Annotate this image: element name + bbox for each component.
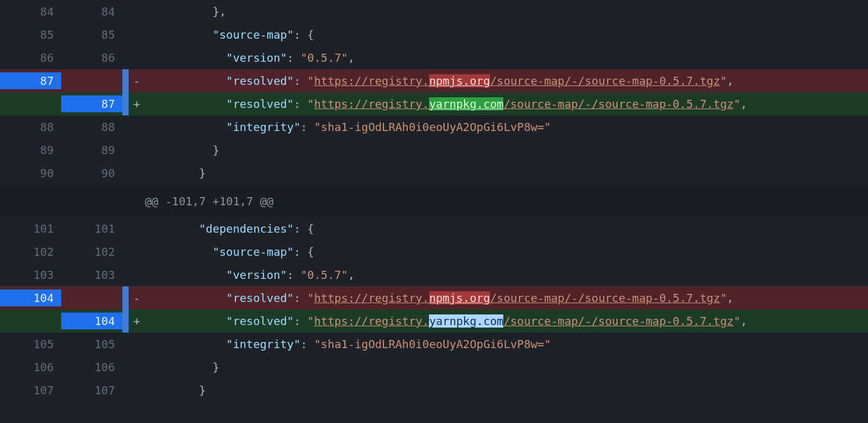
change-marker — [122, 356, 129, 379]
code-token: , — [348, 268, 355, 281]
diff-sign — [129, 382, 145, 399]
code-token: : — [293, 97, 307, 110]
line-number-new: 102 — [61, 243, 122, 260]
diff-row[interactable]: @@ -101,7 +101,7 @@ — [0, 185, 868, 217]
code-token: yarnpkg.com — [429, 314, 503, 328]
code-token: yarnpkg.com — [429, 97, 503, 110]
code-token: " — [734, 97, 741, 110]
gutter: 8686 — [0, 49, 122, 66]
diff-sign — [129, 49, 145, 66]
code-token: /source-map/-/source-map-0.5.7.tgz — [490, 74, 720, 87]
diff-row[interactable]: 8585 "source-map": { — [0, 23, 868, 46]
line-number-old: 90 — [0, 165, 61, 182]
diff-row[interactable]: 103103 "version": "0.5.7", — [0, 263, 868, 286]
diff-sign: - — [129, 72, 145, 89]
line-number-new: 107 — [61, 382, 122, 399]
code-token: "0.5.7" — [300, 51, 348, 64]
code-line[interactable]: "resolved": "https://registry.npmjs.org/… — [145, 289, 868, 306]
code-line[interactable]: "source-map": { — [145, 26, 868, 43]
line-number-new: 105 — [61, 336, 122, 352]
change-marker — [122, 379, 129, 402]
gutter: 8484 — [0, 3, 122, 20]
code-line[interactable]: "version": "0.5.7", — [145, 49, 868, 66]
code-line[interactable]: } — [145, 359, 868, 376]
code-line[interactable]: } — [145, 382, 868, 399]
line-number-old — [0, 95, 61, 112]
diff-sign: + — [129, 95, 145, 112]
line-number-old: 106 — [0, 359, 61, 376]
line-number-new: 101 — [61, 220, 122, 237]
code-token: , — [727, 291, 734, 304]
code-line[interactable]: } — [145, 165, 868, 182]
diff-row[interactable]: 8989 } — [0, 139, 868, 162]
code-line[interactable]: "resolved": "https://registry.npmjs.org/… — [145, 72, 868, 89]
gutter: 8585 — [0, 26, 122, 43]
diff-row[interactable]: 104+ "resolved": "https://registry.yarnp… — [0, 309, 868, 333]
gutter: 102102 — [0, 243, 122, 260]
line-number-new: 85 — [61, 26, 122, 43]
change-marker — [122, 309, 129, 333]
code-token: : { — [293, 245, 314, 258]
gutter: 9090 — [0, 165, 122, 182]
line-number-old: 89 — [0, 142, 61, 158]
gutter: 87 — [0, 72, 122, 89]
diff-view[interactable]: 8484 },8585 "source-map": {8686 "version… — [0, 0, 868, 423]
gutter: 104 — [0, 289, 122, 306]
diff-row[interactable]: 104 - "resolved": "https://registry.npmj… — [0, 286, 868, 309]
diff-row[interactable]: 8484 }, — [0, 0, 868, 23]
code-line[interactable]: "dependencies": { — [145, 220, 868, 237]
diff-row[interactable]: 87+ "resolved": "https://registry.yarnpk… — [0, 92, 868, 115]
code-token: , — [348, 51, 355, 64]
code-token: : — [287, 268, 301, 281]
change-marker — [122, 263, 129, 286]
code-token: npmjs.org — [429, 74, 490, 87]
gutter: 8989 — [0, 142, 122, 158]
code-token: : — [287, 51, 301, 64]
code-token: "resolved" — [226, 291, 293, 304]
code-token: https://registry. — [314, 97, 429, 110]
code-token: "integrity" — [226, 338, 300, 351]
diff-row[interactable]: 9090 } — [0, 162, 868, 185]
code-line[interactable]: "resolved": "https://registry.yarnpkg.co… — [145, 95, 868, 112]
code-token: https://registry. — [314, 291, 429, 304]
line-number-new: 87 — [61, 95, 122, 112]
gutter: 8888 — [0, 119, 122, 135]
marker — [122, 185, 129, 217]
code-token: "0.5.7" — [300, 268, 348, 281]
diff-row[interactable]: 101101 "dependencies": { — [0, 217, 868, 240]
line-number-new: 84 — [61, 3, 122, 20]
code-token: }, — [212, 5, 226, 18]
line-number-new: 86 — [61, 49, 122, 66]
line-number-old: 85 — [0, 26, 61, 43]
diff-row[interactable]: 87 - "resolved": "https://registry.npmjs… — [0, 69, 868, 92]
diff-sign — [129, 119, 145, 135]
code-token: "integrity" — [226, 120, 300, 134]
code-token: , — [727, 74, 734, 87]
code-line[interactable]: "integrity": "sha1-igOdLRAh0i0eoUyA2OpGi… — [145, 119, 868, 135]
change-marker — [122, 46, 129, 69]
code-line[interactable]: "resolved": "https://registry.yarnpkg.co… — [145, 313, 868, 329]
code-token: " — [307, 314, 314, 328]
code-token: } — [199, 167, 206, 180]
code-token: /source-map/-/source-map-0.5.7.tgz — [490, 291, 720, 304]
diff-sign — [129, 142, 145, 158]
code-token: "dependencies" — [199, 222, 294, 235]
code-line[interactable]: "source-map": { — [145, 243, 868, 260]
line-number-old: 84 — [0, 3, 61, 20]
code-line[interactable]: }, — [145, 3, 868, 20]
line-number-new: 104 — [61, 313, 122, 329]
diff-row[interactable]: 8888 "integrity": "sha1-igOdLRAh0i0eoUyA… — [0, 115, 868, 139]
code-line[interactable]: } — [145, 142, 868, 158]
change-marker — [122, 217, 129, 240]
diff-row[interactable]: 107107 } — [0, 379, 868, 402]
diff-row[interactable]: 102102 "source-map": { — [0, 240, 868, 263]
code-line[interactable]: "integrity": "sha1-igOdLRAh0i0eoUyA2OpGi… — [145, 336, 868, 352]
code-token: : { — [293, 222, 314, 235]
line-number-old — [0, 313, 61, 329]
diff-row[interactable]: 106106 } — [0, 356, 868, 379]
code-token: "resolved" — [226, 74, 293, 87]
code-line[interactable]: "version": "0.5.7", — [145, 266, 868, 283]
code-token: "source-map" — [212, 28, 293, 41]
diff-row[interactable]: 105105 "integrity": "sha1-igOdLRAh0i0eoU… — [0, 333, 868, 356]
diff-row[interactable]: 8686 "version": "0.5.7", — [0, 46, 868, 69]
